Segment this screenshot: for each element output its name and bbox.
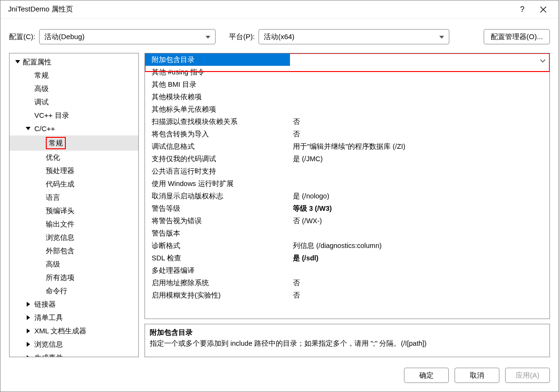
dialog-window: JniTestDemo 属性页 ? 配置(C): 活动(Debug) 平台(P)… — [0, 0, 559, 392]
property-value[interactable]: 是 (/nologo) — [290, 192, 549, 201]
property-row[interactable]: 扫描源以查找模块依赖关系否 — [145, 115, 549, 128]
property-value[interactable]: 否 — [290, 279, 549, 288]
property-label: 启用地址擦除系统 — [145, 279, 290, 288]
platform-label: 平台(P): — [229, 32, 255, 41]
window-title: JniTestDemo 属性页 — [5, 5, 512, 14]
property-row[interactable]: 其他模块依赖项 — [145, 91, 549, 103]
property-row[interactable]: 附加包含目录 — [145, 53, 549, 66]
tree-cpp[interactable]: C/C++ — [10, 122, 138, 135]
property-row[interactable]: 启用地址擦除系统否 — [145, 277, 549, 289]
config-dropdown[interactable]: 活动(Debug) — [39, 29, 216, 44]
property-label: 其他模块依赖项 — [145, 93, 290, 102]
property-value[interactable]: 否 — [290, 130, 549, 139]
property-value[interactable]: 是 (/sdl) — [290, 254, 549, 263]
property-label: 其他 #using 指令 — [145, 68, 290, 77]
tree-item[interactable]: 清单工具 — [10, 311, 138, 324]
property-row[interactable]: 诊断格式列信息 (/diagnostics:column) — [145, 239, 549, 252]
property-label: 将包含转换为导入 — [145, 130, 290, 139]
right-pane: 附加包含目录其他 #using 指令其他 BMI 目录其他模块依赖项其他标头单元… — [145, 53, 550, 357]
property-value[interactable]: 否 (/WX-) — [290, 217, 549, 226]
dialog-footer: 确定 取消 应用(A) — [0, 362, 559, 392]
cancel-button[interactable]: 取消 — [455, 368, 499, 383]
tree-item[interactable]: XML 文档生成器 — [10, 324, 138, 338]
config-manager-button[interactable]: 配置管理器(O)... — [484, 29, 550, 44]
property-label: SDL 检查 — [145, 254, 290, 263]
property-row[interactable]: 取消显示启动版权标志是 (/nologo) — [145, 190, 549, 202]
tree-item[interactable]: 常规 — [10, 69, 138, 82]
property-row[interactable]: 将包含转换为导入否 — [145, 128, 549, 140]
tree-item[interactable]: 输出文件 — [10, 217, 138, 231]
tree-item[interactable]: 语言 — [10, 191, 138, 204]
category-tree[interactable]: 配置属性 常规高级调试VC++ 目录 C/C++ 常规优化预处理器代码生成语言预… — [9, 53, 139, 357]
property-label: 警告版本 — [145, 229, 290, 238]
property-value[interactable]: 列信息 (/diagnostics:column) — [290, 241, 549, 250]
property-row[interactable]: 调试信息格式用于"编辑并继续"的程序数据库 (/ZI) — [145, 140, 549, 153]
property-label: 将警告视为错误 — [145, 217, 290, 226]
tree-item[interactable]: 浏览信息 — [10, 231, 138, 244]
property-value[interactable]: 是 (/JMC) — [290, 155, 549, 164]
property-row[interactable]: 多处理器编译 — [145, 264, 549, 277]
tree-item[interactable]: 命令行 — [10, 284, 138, 298]
ok-button[interactable]: 确定 — [404, 368, 449, 383]
property-label: 其他标头单元依赖项 — [145, 105, 290, 114]
tree-item[interactable]: 预处理器 — [10, 164, 138, 177]
tree-item[interactable]: 链接器 — [10, 298, 138, 311]
property-row[interactable]: 其他 BMI 目录 — [145, 78, 549, 91]
property-grid[interactable]: 附加包含目录其他 #using 指令其他 BMI 目录其他模块依赖项其他标头单元… — [145, 53, 550, 319]
property-value[interactable]: 用于"编辑并继续"的程序数据库 (/ZI) — [290, 142, 549, 151]
property-label: 公共语言运行时支持 — [145, 167, 290, 176]
chevron-down-icon[interactable] — [540, 57, 546, 64]
property-label: 启用模糊支持(实验性) — [145, 291, 290, 300]
property-row[interactable]: 公共语言运行时支持 — [145, 165, 549, 177]
tree-item[interactable]: 生成事件 — [10, 351, 138, 357]
property-row[interactable]: 将警告视为错误否 (/WX-) — [145, 215, 549, 227]
tree-item[interactable]: 代码生成 — [10, 177, 138, 191]
property-row[interactable]: 其他标头单元依赖项 — [145, 103, 549, 115]
config-value: 活动(Debug) — [44, 32, 84, 41]
property-row[interactable]: 警告版本 — [145, 227, 549, 239]
tree-item[interactable]: 调试 — [10, 95, 138, 109]
property-label: 使用 Windows 运行时扩展 — [145, 179, 290, 188]
property-value[interactable]: 否 — [290, 117, 549, 126]
platform-dropdown[interactable]: 活动(x64) — [259, 29, 449, 44]
titlebar: JniTestDemo 属性页 ? — [0, 0, 559, 19]
property-label: 诊断格式 — [145, 241, 290, 250]
property-value[interactable]: 等级 3 (/W3) — [290, 204, 549, 213]
property-label: 其他 BMI 目录 — [145, 80, 290, 89]
apply-button[interactable]: 应用(A) — [505, 368, 550, 383]
property-row[interactable]: 使用 Windows 运行时扩展 — [145, 177, 549, 190]
config-label: 配置(C): — [9, 32, 35, 41]
property-row[interactable]: SDL 检查是 (/sdl) — [145, 252, 549, 264]
tree-item[interactable]: 优化 — [10, 151, 138, 164]
property-label: 多处理器编译 — [145, 266, 290, 275]
configuration-bar: 配置(C): 活动(Debug) 平台(P): 活动(x64) 配置管理器(O)… — [0, 19, 559, 53]
property-label: 调试信息格式 — [145, 142, 290, 151]
tree-item[interactable]: 高级 — [10, 258, 138, 271]
tree-item[interactable]: 浏览信息 — [10, 338, 138, 351]
description-title: 附加包含目录 — [150, 328, 545, 337]
property-label: 支持仅我的代码调试 — [145, 155, 290, 164]
tree-item[interactable]: 常规 — [10, 135, 138, 151]
tree-item[interactable]: 高级 — [10, 82, 138, 95]
property-label: 附加包含目录 — [145, 53, 290, 66]
help-button[interactable]: ? — [512, 2, 533, 17]
tree-item[interactable]: 所有选项 — [10, 271, 138, 284]
property-row[interactable]: 警告等级等级 3 (/W3) — [145, 202, 549, 215]
property-row[interactable]: 支持仅我的代码调试是 (/JMC) — [145, 153, 549, 165]
tree-item[interactable]: 预编译头 — [10, 204, 138, 217]
property-row[interactable]: 启用模糊支持(实验性)否 — [145, 289, 549, 301]
main-area: 配置属性 常规高级调试VC++ 目录 C/C++ 常规优化预处理器代码生成语言预… — [0, 53, 559, 362]
tree-root[interactable]: 配置属性 — [10, 55, 138, 69]
close-button[interactable] — [533, 2, 554, 17]
property-label: 警告等级 — [145, 204, 290, 213]
platform-value: 活动(x64) — [264, 32, 294, 41]
property-value[interactable]: 否 — [290, 291, 549, 300]
tree-item[interactable]: VC++ 目录 — [10, 109, 138, 122]
description-body: 指定一个或多个要添加到 include 路径中的目录；如果指定多个，请用 ";"… — [150, 339, 545, 348]
property-label: 扫描源以查找模块依赖关系 — [145, 117, 290, 126]
property-row[interactable]: 其他 #using 指令 — [145, 66, 549, 78]
property-label: 取消显示启动版权标志 — [145, 192, 290, 201]
tree-item[interactable]: 外部包含 — [10, 244, 138, 258]
description-box: 附加包含目录 指定一个或多个要添加到 include 路径中的目录；如果指定多个… — [145, 324, 550, 357]
